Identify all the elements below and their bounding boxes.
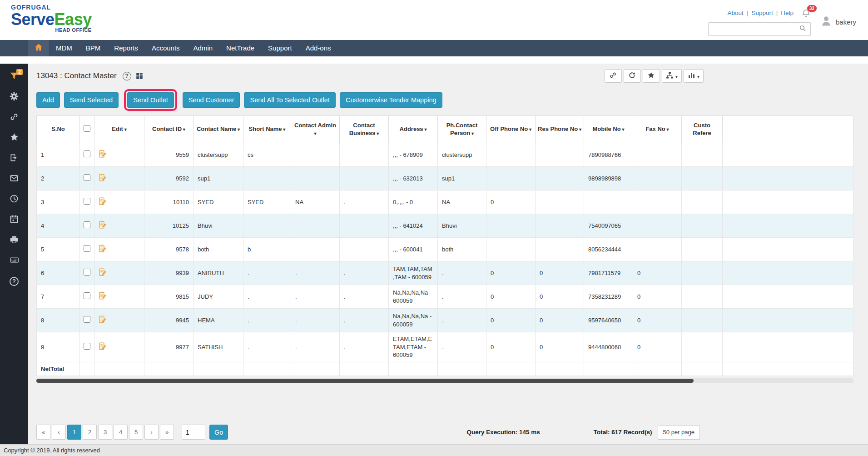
col-header-short-name[interactable]: Short Name xyxy=(243,116,291,143)
last-page-button[interactable]: » xyxy=(160,425,174,440)
page-toolbar xyxy=(605,69,704,83)
sidebar-schedule-button[interactable] xyxy=(0,210,28,230)
edit-icon[interactable] xyxy=(99,268,106,276)
col-header-contact-admin[interactable]: Contact Admin xyxy=(291,116,340,143)
row-checkbox[interactable] xyxy=(84,292,90,299)
col-header-contact-name[interactable]: Contact Name xyxy=(193,116,243,143)
col-header-res-phone[interactable]: Res Phone No xyxy=(536,116,584,143)
row-checkbox[interactable] xyxy=(84,316,90,323)
edit-icon[interactable] xyxy=(99,221,106,229)
goto-page-input[interactable] xyxy=(182,425,205,440)
favorite-button[interactable] xyxy=(643,69,660,83)
edit-icon[interactable] xyxy=(99,342,106,350)
cell-checkbox xyxy=(80,309,94,332)
home-tab[interactable] xyxy=(28,40,49,56)
col-header-customer-reference[interactable]: Custo Refere xyxy=(682,116,723,143)
action-buttons: AddSend SelectedSend OutletSend Customer… xyxy=(34,89,868,111)
col-header-off-phone[interactable]: Off Phone No xyxy=(486,116,536,143)
cell-address: Na,Na,Na,Na - 600059 xyxy=(389,285,438,309)
about-link[interactable]: About xyxy=(728,10,744,16)
action-button[interactable]: Add xyxy=(36,92,60,108)
col-header-mobile[interactable]: Mobile No xyxy=(584,116,633,143)
per-page-select[interactable]: 50 per page xyxy=(658,425,700,440)
support-link[interactable]: Support xyxy=(751,10,773,16)
logo: GOFRUGAL ServeEasy HEAD OFFICE xyxy=(11,4,92,40)
nav-item[interactable]: NetTrade xyxy=(219,40,261,56)
sidebar-help-button[interactable]: ? xyxy=(0,271,28,291)
search-icon[interactable] xyxy=(799,25,807,34)
col-header-ph-contact-person[interactable]: Ph.Contact Person xyxy=(438,116,486,143)
select-all-checkbox[interactable] xyxy=(84,125,90,132)
page-number-button[interactable]: 5 xyxy=(129,425,143,440)
sidebar-link-button[interactable] xyxy=(0,107,28,128)
page-number-button[interactable]: 4 xyxy=(114,425,128,440)
action-button[interactable]: Send Selected xyxy=(64,92,119,108)
cell-address: ,,, - 600041 xyxy=(389,238,438,261)
row-checkbox[interactable] xyxy=(84,343,90,350)
nav-item[interactable]: Accounts xyxy=(145,40,187,56)
page-help-icon[interactable]: ? xyxy=(123,72,131,80)
sidebar-send-button[interactable] xyxy=(0,148,28,169)
row-checkbox[interactable] xyxy=(84,198,90,205)
col-header-contact-business[interactable]: Contact Business xyxy=(340,116,389,143)
cell-edit xyxy=(94,214,144,238)
search-input[interactable] xyxy=(712,26,799,33)
page-number-button[interactable]: 3 xyxy=(98,425,112,440)
row-checkbox[interactable] xyxy=(84,221,90,228)
edit-icon[interactable] xyxy=(99,316,106,323)
hierarchy-view-button[interactable] xyxy=(662,69,682,83)
action-button[interactable]: Customerwise Tender Mapping xyxy=(340,92,442,108)
cell-contact-admin: . xyxy=(291,309,340,332)
col-header-fax[interactable]: Fax No xyxy=(633,116,682,143)
nav-item[interactable]: Admin xyxy=(187,40,220,56)
row-checkbox[interactable] xyxy=(84,150,90,157)
action-button[interactable]: Send Outlet xyxy=(127,92,174,108)
action-button[interactable]: Send All To Selected Outlet xyxy=(244,92,335,108)
nav-item[interactable]: Support xyxy=(261,40,299,56)
col-header-edit[interactable]: Edit xyxy=(94,116,144,143)
scrollbar-thumb[interactable] xyxy=(36,379,694,383)
sidebar-settings-button[interactable] xyxy=(0,87,28,107)
col-header-address[interactable]: Address xyxy=(389,116,438,143)
dashboard-icon[interactable] xyxy=(135,72,144,80)
page-number-button[interactable]: 1 xyxy=(67,425,81,440)
cell-contact-id: 10125 xyxy=(144,214,193,238)
user-menu[interactable]: bakery xyxy=(820,14,856,30)
sidebar-favorites-button[interactable] xyxy=(0,128,28,148)
sidebar-history-button[interactable] xyxy=(0,189,28,210)
row-checkbox[interactable] xyxy=(84,245,90,252)
help-link[interactable]: Help xyxy=(781,10,794,16)
row-checkbox[interactable] xyxy=(84,174,90,181)
sidebar-filter-button[interactable]: 2 xyxy=(0,66,28,87)
cell-short-name: . xyxy=(243,332,291,362)
nav-item[interactable]: MDM xyxy=(49,40,79,56)
nav-item-label: NetTrade xyxy=(226,44,254,52)
sidebar-print-button[interactable] xyxy=(0,230,28,251)
cell-address: ETAM,ETAM,ETAM,ETAM - 600059 xyxy=(389,332,438,362)
action-button[interactable]: Send Customer xyxy=(183,92,240,108)
sidebar-shortcut-button[interactable] xyxy=(0,251,28,271)
col-header-contact-id[interactable]: Contact ID xyxy=(144,116,193,143)
go-button[interactable]: Go xyxy=(209,425,228,440)
nav-item[interactable]: BPM xyxy=(79,40,108,56)
row-checkbox[interactable] xyxy=(84,269,90,276)
refresh-button[interactable] xyxy=(624,69,641,83)
cell-mobile: 9898989898 xyxy=(584,167,633,190)
prev-page-button[interactable]: ‹ xyxy=(52,425,66,440)
notification-bell-icon[interactable]: 32 xyxy=(801,8,811,18)
next-page-button[interactable]: › xyxy=(144,425,159,440)
page-number-button[interactable]: 2 xyxy=(83,425,97,440)
col-header-sno[interactable]: S.No xyxy=(37,116,80,143)
permalink-button[interactable] xyxy=(605,69,622,83)
edit-icon[interactable] xyxy=(99,174,106,181)
chart-view-button[interactable] xyxy=(684,69,704,83)
edit-icon[interactable] xyxy=(99,150,106,158)
edit-icon[interactable] xyxy=(99,245,106,252)
edit-icon[interactable] xyxy=(99,292,106,300)
first-page-button[interactable]: « xyxy=(36,425,50,440)
cell-short-name: . xyxy=(243,261,291,285)
sidebar-mail-button[interactable] xyxy=(0,169,28,189)
edit-icon[interactable] xyxy=(99,197,106,205)
nav-item[interactable]: Add-ons xyxy=(299,40,338,56)
nav-item[interactable]: Reports xyxy=(107,40,145,56)
